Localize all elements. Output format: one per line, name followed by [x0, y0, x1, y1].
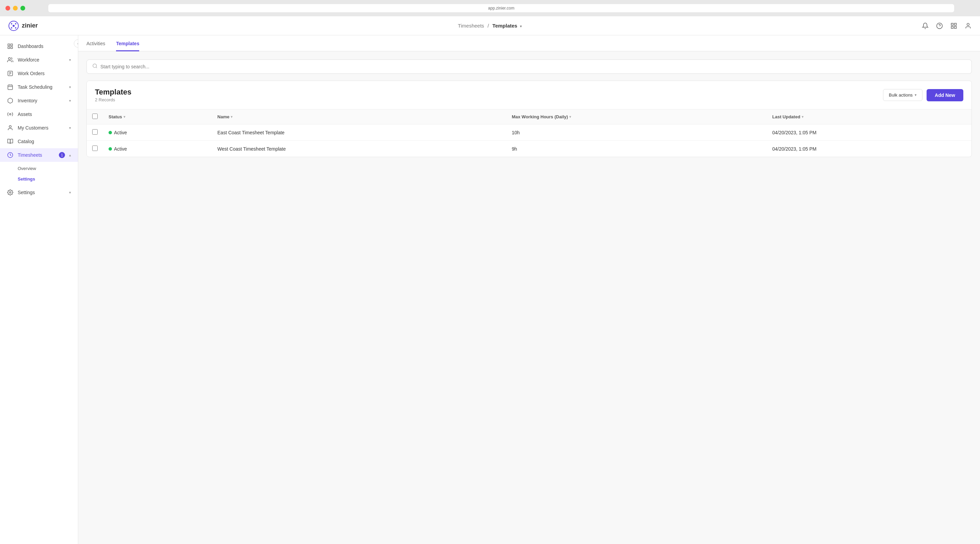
sidebar-my-customers-label: My Customers	[18, 125, 65, 130]
row-status-cell: Active	[103, 124, 212, 141]
tab-templates[interactable]: Templates	[116, 35, 139, 51]
svg-point-3	[15, 23, 16, 24]
sidebar-catalog-label: Catalog	[18, 139, 71, 144]
sidebar-item-work-orders[interactable]: Work Orders	[0, 67, 78, 80]
table-row: Active East Coast Timesheet Template 10h…	[87, 124, 972, 141]
logo-text: zinier	[22, 22, 38, 29]
row-name-cell: East Coast Timesheet Template	[212, 124, 506, 141]
sidebar-item-workforce[interactable]: Workforce ▾	[0, 53, 78, 67]
catalog-icon	[7, 138, 14, 145]
row-checkbox-cell[interactable]	[87, 124, 103, 141]
max-hours-sort-icon[interactable]: ▾	[569, 115, 571, 119]
assets-icon	[7, 111, 14, 117]
row-checkbox-0[interactable]	[92, 129, 98, 135]
sidebar-item-assets[interactable]: Assets	[0, 108, 78, 121]
tab-activities[interactable]: Activities	[86, 35, 105, 51]
sidebar-workforce-label: Workforce	[18, 57, 65, 63]
svg-rect-15	[11, 47, 13, 49]
breadcrumb-current: Templates	[492, 23, 517, 29]
svg-point-17	[8, 57, 11, 60]
sidebar-item-inventory[interactable]: Inventory ▾	[0, 94, 78, 108]
address-bar[interactable]: app.zinier.com	[48, 4, 954, 12]
content-area: Templates 2 Records Bulk actions ▾ Add N…	[78, 51, 980, 165]
row-checkbox-1[interactable]	[92, 146, 98, 151]
main-layout: ‹ Dashboards	[0, 35, 980, 544]
sidebar-item-settings[interactable]: Settings ▾	[0, 186, 78, 199]
settings-chevron-icon: ▾	[69, 190, 71, 195]
sidebar-sub-item-overview[interactable]: Overview	[0, 163, 78, 174]
user-icon[interactable]	[964, 22, 972, 30]
sidebar-item-task-scheduling[interactable]: Task Scheduling ▾	[0, 80, 78, 94]
timesheets-chevron-icon: ▴	[69, 153, 71, 157]
sidebar-inventory-label: Inventory	[18, 98, 65, 103]
dashboards-icon	[7, 43, 14, 50]
svg-point-29	[10, 192, 11, 193]
svg-rect-14	[11, 44, 13, 46]
grid-icon[interactable]	[950, 22, 958, 30]
search-input[interactable]	[100, 64, 966, 69]
timesheets-badge: 1	[59, 152, 65, 158]
sidebar-task-scheduling-label: Task Scheduling	[18, 84, 65, 90]
row-last-updated-cell: 04/20/2023, 1:05 PM	[767, 141, 972, 157]
status-dot-icon	[108, 131, 112, 134]
app: zinier Timesheets / Templates ▾	[0, 16, 980, 544]
table-title: Templates	[95, 88, 131, 97]
bulk-actions-label: Bulk actions	[889, 92, 913, 98]
row-max-hours-cell: 9h	[506, 141, 767, 157]
sidebar-item-timesheets[interactable]: Timesheets 1 ▴	[0, 148, 78, 162]
row-checkbox-cell[interactable]	[87, 141, 103, 157]
logo-icon	[8, 21, 19, 31]
sidebar-settings-label: Settings	[18, 190, 65, 195]
inventory-chevron-icon: ▾	[69, 98, 71, 103]
header-select-all[interactable]	[87, 109, 103, 124]
select-all-checkbox[interactable]	[92, 114, 98, 119]
workforce-icon	[7, 56, 14, 63]
name-sort-icon[interactable]: ▾	[231, 115, 232, 119]
sidebar-item-catalog[interactable]: Catalog	[0, 135, 78, 148]
breadcrumb-dropdown-icon[interactable]: ▾	[520, 24, 522, 28]
sidebar-assets-label: Assets	[18, 111, 71, 117]
nav-right	[921, 22, 972, 30]
svg-rect-8	[951, 23, 953, 25]
row-name-cell: West Coast Timesheet Template	[212, 141, 506, 157]
sidebar-item-my-customers[interactable]: My Customers ▾	[0, 121, 78, 135]
top-nav: zinier Timesheets / Templates ▾	[0, 16, 980, 35]
templates-table: Status ▾ Name ▾	[87, 109, 972, 157]
templates-table-card: Templates 2 Records Bulk actions ▾ Add N…	[86, 81, 972, 157]
svg-point-30	[93, 64, 97, 68]
window-close-btn[interactable]	[5, 6, 10, 11]
sidebar-item-dashboards[interactable]: Dashboards	[0, 40, 78, 53]
timesheets-submenu: Overview Settings	[0, 162, 78, 186]
workforce-chevron-icon: ▾	[69, 58, 71, 62]
header-max-hours: Max Working Hours (Daily) ▾	[506, 109, 767, 124]
add-new-button[interactable]: Add New	[927, 89, 963, 102]
last-updated-sort-icon[interactable]: ▾	[802, 115, 803, 119]
row-status-label: Active	[114, 146, 127, 152]
bell-icon[interactable]	[921, 22, 929, 30]
logo: zinier	[8, 21, 38, 31]
sidebar-timesheets-label: Timesheets	[18, 152, 55, 158]
header-status: Status ▾	[103, 109, 212, 124]
svg-point-12	[967, 23, 969, 25]
svg-point-5	[15, 27, 16, 29]
status-dot-icon	[108, 147, 112, 151]
row-last-updated-cell: 04/20/2023, 1:05 PM	[767, 124, 972, 141]
svg-point-27	[9, 125, 11, 127]
table-header-row: Status ▾ Name ▾	[87, 109, 972, 124]
help-icon[interactable]	[936, 22, 943, 30]
my-customers-icon	[7, 124, 14, 131]
window-maximize-btn[interactable]	[21, 6, 25, 11]
table-title-group: Templates 2 Records	[95, 88, 131, 102]
table-records-count: 2 Records	[95, 97, 131, 102]
row-status-label: Active	[114, 130, 127, 135]
svg-rect-9	[955, 23, 956, 25]
sidebar-dashboards-label: Dashboards	[18, 43, 71, 49]
status-sort-icon[interactable]: ▾	[124, 115, 125, 119]
task-scheduling-chevron-icon: ▾	[69, 85, 71, 89]
window-minimize-btn[interactable]	[13, 6, 18, 11]
bulk-actions-button[interactable]: Bulk actions ▾	[883, 89, 923, 101]
row-status-cell: Active	[103, 141, 212, 157]
sidebar-sub-item-settings[interactable]: Settings	[0, 174, 78, 184]
main-content: Activities Templates	[78, 35, 980, 544]
window-chrome: app.zinier.com	[0, 0, 980, 16]
